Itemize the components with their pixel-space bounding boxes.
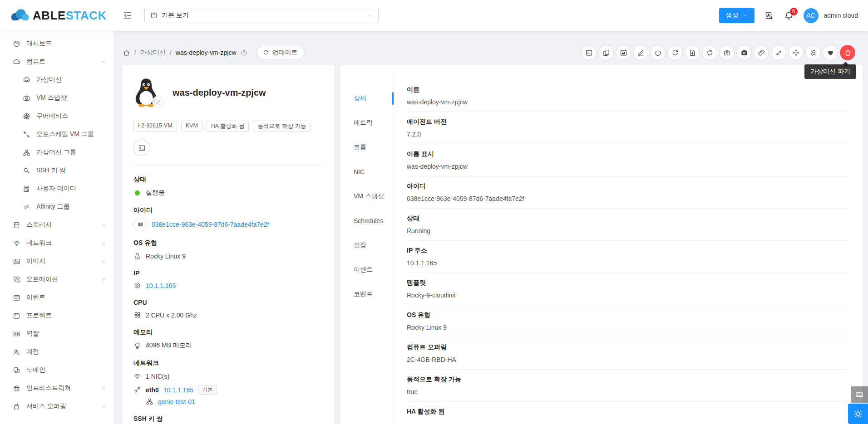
- keyboard-button[interactable]: [851, 386, 868, 403]
- toolbar-backup-button[interactable]: [823, 45, 838, 60]
- sidebar-item-compute[interactable]: 컴퓨트: [0, 53, 113, 71]
- toolbar-metrics-button[interactable]: [616, 45, 631, 60]
- brand-text-able: ABLE: [33, 9, 66, 23]
- brand-logo[interactable]: ABLESTACK: [0, 8, 113, 23]
- sidebar-item-label: 도메인: [26, 366, 45, 374]
- toolbar-copy-console-button[interactable]: [598, 45, 614, 60]
- tab-events[interactable]: 이벤트: [340, 258, 393, 282]
- sidebar-item-domain[interactable]: 도메인: [0, 361, 113, 379]
- paperclip-icon: [758, 49, 765, 57]
- vm-card-header: was-deploy-vm-zpjcw: [133, 77, 323, 108]
- wifi-icon: [133, 372, 141, 380]
- detail-field-label: 템플릿: [407, 279, 849, 287]
- sidebar-item-ssh-keypair[interactable]: SSH 키 쌍: [0, 161, 113, 180]
- tab-schedules[interactable]: Schedules: [340, 209, 393, 233]
- sidebar-item-storage[interactable]: 스토리지: [0, 216, 113, 234]
- tab-comments[interactable]: 코멘트: [340, 282, 393, 307]
- sidebar-nav: 대시보드컴퓨트가상머신VM 스냅샷쿠버네티스오토스케일 VM 그룹가상머신 그룹…: [0, 34, 113, 415]
- vm-spec-label: 메모리: [133, 328, 323, 336]
- detail-field: IP 주소10.1.1.165: [407, 241, 849, 273]
- keyboard-icon: [855, 390, 864, 399]
- tab-metrics[interactable]: 메트릭: [340, 111, 393, 135]
- sidebar-item-affinity-group[interactable]: Affinity 그룹: [0, 198, 113, 216]
- vm-spec-section: 네트워크1 NIC(s)eth010.1.1.165기본genie-test-0…: [133, 359, 323, 405]
- vm-spec-label: 아이디: [133, 206, 323, 214]
- sidebar-item-account[interactable]: 계정: [0, 343, 113, 361]
- open-console-button[interactable]: [133, 140, 150, 156]
- tab-volumes[interactable]: 볼륨: [340, 135, 393, 160]
- spec-text: 1 NIC(s): [146, 373, 169, 380]
- sidebar-item-service-offering[interactable]: 서비스 오퍼링: [0, 397, 113, 415]
- settings-button[interactable]: [848, 404, 868, 424]
- toolbar-reboot-button[interactable]: [667, 45, 683, 60]
- sidebar-item-dashboard[interactable]: 대시보드: [0, 34, 113, 53]
- sidebar-item-autoscale-group[interactable]: 오토스케일 VM 그룹: [0, 125, 113, 143]
- sidebar-item-kubernetes[interactable]: 쿠버네티스: [0, 107, 113, 125]
- sidebar-item-vm-snapshot[interactable]: VM 스냅샷: [0, 89, 113, 107]
- sidebar-item-label: 쿠버네티스: [36, 112, 68, 120]
- sidebar: 대시보드컴퓨트가상머신VM 스냅샷쿠버네티스오토스케일 VM 그룹가상머신 그룹…: [0, 31, 113, 424]
- toolbar-unmanage-button[interactable]: [805, 45, 821, 60]
- update-button[interactable]: 업데이트: [256, 46, 305, 59]
- page-toolbar-row: / 가상머신 / was-deploy-vm-zpjcw 업데이트 가상머신 파…: [123, 44, 863, 62]
- detail-field-label: 아이디: [407, 182, 849, 190]
- toolbar-reinstall-button[interactable]: [685, 45, 700, 60]
- detail-field-value: was-deploy-vm-zpjcw: [407, 98, 849, 106]
- sync-icon: [706, 49, 714, 57]
- sidebar-item-automation[interactable]: 오토메이션: [0, 270, 113, 288]
- help-icon[interactable]: [241, 49, 247, 56]
- sidebar-item-image[interactable]: 이미지: [0, 252, 113, 270]
- edit-name-button[interactable]: [152, 96, 164, 108]
- spec-link[interactable]: 10.1.1.165: [146, 282, 176, 289]
- toolbar-destroy-button[interactable]: [840, 45, 855, 60]
- detail-field: 동적으로 확장 가능true: [407, 370, 849, 402]
- avatar[interactable]: AC: [804, 8, 819, 23]
- sidebar-item-label: 인프라스트럭쳐: [26, 384, 71, 392]
- toolbar-stop-button[interactable]: [650, 45, 666, 60]
- create-button-label: 생성: [726, 11, 739, 19]
- chevron-down-icon: [101, 259, 106, 264]
- sidebar-item-user-data[interactable]: 사용자 데이터: [0, 180, 113, 198]
- user-add-icon[interactable]: [764, 11, 774, 20]
- home-icon[interactable]: [123, 49, 130, 57]
- toolbar-edit-button[interactable]: [633, 45, 648, 60]
- tab-details[interactable]: 상세: [340, 86, 393, 111]
- toolbar-migrate-button[interactable]: [788, 45, 804, 60]
- sidebar-item-project[interactable]: 프로젝트: [0, 307, 113, 325]
- spec-link[interactable]: 10.1.1.165: [163, 386, 193, 394]
- toolbar-scale-button[interactable]: [771, 45, 786, 60]
- tab-settings[interactable]: 설정: [340, 233, 393, 258]
- sidebar-item-label: VM 스냅샷: [36, 94, 67, 102]
- toolbar-attach-iso-button[interactable]: [754, 45, 769, 60]
- storage-icon: [13, 221, 20, 229]
- vm-spec-section: IP10.1.1.165: [133, 269, 323, 289]
- vm-spec-section: 아이디038e1cce-963e-4059-87d6-7aade4fa7e2f: [133, 206, 323, 229]
- spec-link[interactable]: genie-test-01: [158, 398, 195, 405]
- sidebar-item-vm-group[interactable]: 가상머신 그룹: [0, 143, 113, 161]
- chevron-down-icon: [101, 386, 106, 391]
- toolbar-restore-button[interactable]: [702, 45, 717, 60]
- chevron-up-icon: [101, 59, 106, 64]
- spec-link[interactable]: 038e1cce-963e-4059-87d6-7aade4fa7e2f: [152, 221, 269, 228]
- tab-nic[interactable]: NIC: [340, 160, 393, 184]
- detail-field-label: 이름: [407, 86, 849, 94]
- notifications-button[interactable]: 6: [784, 11, 794, 20]
- sidebar-item-label: 계정: [26, 348, 39, 356]
- sidebar-item-role[interactable]: 역할: [0, 325, 113, 343]
- sidebar-collapse-icon[interactable]: [123, 10, 133, 20]
- sidebar-item-infrastructure[interactable]: 인프라스트럭쳐: [0, 379, 113, 397]
- vm-tags: i-2-32615-VMKVMHA 활성화 됨동적으로 확장 가능: [133, 121, 323, 132]
- pin-icon: [133, 282, 141, 289]
- create-button[interactable]: 생성: [719, 8, 755, 23]
- tab-vm-snapshots[interactable]: VM 스냅샷: [340, 184, 393, 209]
- detail-field-label: 에이전트 버전: [407, 118, 849, 126]
- sidebar-item-vm[interactable]: 가상머신: [0, 71, 113, 89]
- toolbar-volume-snapshot-button[interactable]: [736, 45, 752, 60]
- toolbar-console-button[interactable]: [581, 45, 597, 60]
- sidebar-item-event[interactable]: 이벤트: [0, 288, 113, 307]
- toolbar-vm-snapshot-button[interactable]: [719, 45, 735, 60]
- sidebar-item-network[interactable]: 네트워크: [0, 234, 113, 252]
- view-selector[interactable]: 기본 보기: [144, 8, 379, 23]
- breadcrumb-vm-list[interactable]: 가상머신: [140, 49, 166, 57]
- copy-icon: [602, 49, 610, 57]
